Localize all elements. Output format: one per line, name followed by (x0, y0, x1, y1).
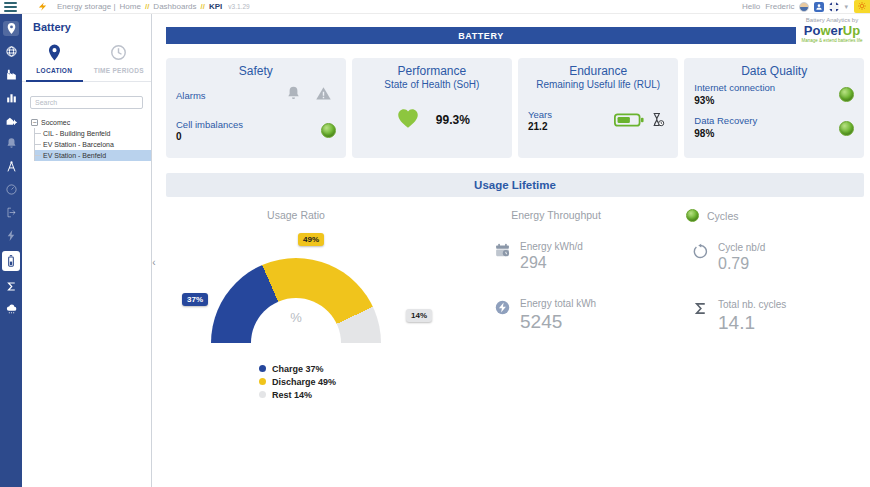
warning-triangle-icon (315, 85, 332, 106)
main-content: BATTERY Battery Analytics by PowerUp Man… (152, 14, 870, 487)
legend-item-discharge[interactable]: Discharge 49% (259, 375, 336, 388)
energy-kwhd-value: 294 (520, 254, 583, 272)
powerup-logo: PowerUp (800, 24, 864, 38)
hourglass-clock-icon (649, 111, 666, 132)
years-value: 21.2 (528, 121, 552, 132)
cycle-nbd-value: 0.79 (718, 255, 765, 273)
collapse-minus-icon[interactable]: − (31, 119, 38, 126)
performance-title: Performance (362, 64, 502, 78)
legend-dot (259, 365, 266, 372)
chevron-down-icon[interactable]: ▾ (844, 3, 848, 11)
tab-location-label: LOCATION (36, 67, 72, 74)
sidebar-icon-factory[interactable] (3, 67, 19, 82)
rul-subtitle: Remaining Useful life (RUL) (528, 79, 668, 90)
sidebar-icon-bell[interactable] (3, 136, 19, 151)
cell-imbalances-status-led (321, 123, 336, 138)
tab-time-periods[interactable]: TIME PERIODS (87, 40, 152, 81)
panel-tabs: LOCATION TIME PERIODS (22, 40, 151, 82)
language-flag-icon[interactable] (829, 2, 839, 12)
data-recovery-value: 98% (694, 128, 757, 141)
energy-throughput-section: Energy Throughput Energy kWh/d 294 Energ… (466, 209, 686, 439)
brand-tagline: Manage & extend batteries life (800, 38, 864, 43)
usage-grid: Usage Ratio 49% 37% 14% % Charge 37%Disc… (166, 209, 864, 439)
years-label: Years (528, 109, 552, 120)
legend-label: Discharge 49% (272, 377, 336, 387)
data-recovery-label: Data Recovery (694, 115, 757, 127)
heart-icon (394, 105, 422, 135)
internet-connection-value: 93% (694, 95, 775, 108)
battery-side-panel: Battery LOCATION TIME PERIODS − Socomec (22, 14, 152, 487)
location-pin-icon (45, 43, 64, 62)
tree-item-ev-station-benfeld[interactable]: EV Station - Benfeld (35, 150, 151, 161)
sidebar-icon-bar-chart[interactable] (3, 90, 19, 105)
breadcrumb-home[interactable]: Home (120, 2, 141, 11)
performance-card: Performance State of Health (SoH) 99.3% (352, 58, 512, 158)
sidebar-icon-globe[interactable] (3, 44, 19, 59)
sidebar-icon-location-pin[interactable] (3, 21, 19, 36)
tab-location[interactable]: LOCATION (22, 40, 87, 81)
sidebar-icon-gauge[interactable] (3, 182, 19, 197)
topbar-right: Hello Frederic ▾ (742, 2, 870, 12)
half-donut-gauge: % (211, 258, 381, 343)
battery-section-band: BATTERY (166, 27, 796, 44)
account-icon[interactable] (814, 2, 824, 12)
top-bar: Energy storage | Home // Dashboards // K… (0, 0, 870, 14)
sidebar-icon-lightning[interactable] (3, 228, 19, 243)
sidebar-icon-site-gear[interactable] (3, 113, 19, 128)
gear-icon (857, 1, 867, 13)
rest-callout: 14% (406, 309, 432, 322)
alarms-label: Alarms (176, 90, 206, 101)
tree-root-socomec[interactable]: − Socomec (31, 116, 151, 128)
endurance-card: Endurance Remaining Useful life (RUL) Ye… (518, 58, 678, 158)
username-label: Frederic (765, 2, 794, 11)
panel-title: Battery (22, 19, 151, 40)
legend-item-rest[interactable]: Rest 14% (259, 388, 336, 401)
tree-item-ev-station-barcelona[interactable]: EV Station - Barcelona (35, 139, 151, 150)
clock-icon (109, 43, 128, 62)
cycles-status-led (686, 209, 699, 222)
soh-subtitle: State of Health (SoH) (362, 79, 502, 90)
endurance-title: Endurance (528, 64, 668, 78)
internet-connection-label: Internet connection (694, 82, 775, 94)
sidebar-icon-sigma[interactable] (3, 279, 19, 294)
sidebar-icon-compass[interactable] (3, 159, 19, 174)
version-label: v3.1.29 (228, 3, 249, 10)
legend-dot (259, 391, 266, 398)
legend-label: Rest 14% (272, 390, 312, 400)
total-cycles-value: 14.1 (718, 312, 786, 334)
cycles-section: Cycles Cycle nb/d 0.79 Total nb. cycles (686, 209, 864, 439)
energy-kwhd-label: Energy kWh/d (520, 241, 583, 252)
tab-time-periods-label: TIME PERIODS (94, 67, 144, 74)
energy-total-value: 5245 (520, 311, 596, 333)
sigma-icon (692, 300, 709, 317)
bell-icon (285, 85, 302, 106)
cycles-title: Cycles (707, 210, 739, 222)
settings-gear-button[interactable] (854, 0, 870, 13)
legend-item-charge[interactable]: Charge 37% (259, 362, 336, 375)
sidebar-icon-logout[interactable] (3, 205, 19, 220)
nav-icon-rail (0, 14, 22, 487)
gauge-center-label: % (211, 310, 381, 325)
breadcrumb-dashboards[interactable]: Dashboards (153, 2, 196, 11)
sidebar-icon-cloud-rain[interactable] (3, 302, 19, 317)
app-window: Energy storage | Home // Dashboards // K… (0, 0, 870, 487)
data-quality-card: Data Quality Internet connection 93% Dat… (684, 58, 864, 158)
search-input[interactable] (30, 96, 143, 109)
usage-ratio-title: Usage Ratio (211, 209, 381, 221)
legend-dot (259, 378, 266, 385)
total-cycles-label: Total nb. cycles (718, 299, 786, 310)
breadcrumb-kpi[interactable]: KPI (209, 2, 222, 11)
cell-imbalances-label: Cell imbalances (176, 119, 243, 130)
charge-callout: 37% (182, 293, 208, 306)
usage-ratio-chart: Usage Ratio 49% 37% 14% % Charge 37%Disc… (166, 209, 466, 439)
greeting-label: Hello (742, 2, 760, 11)
tree-item-cil-building-benfeld[interactable]: CIL - Building Benfeld (35, 128, 151, 139)
hamburger-menu-icon[interactable] (4, 2, 17, 12)
breadcrumb-app: Energy storage | (57, 2, 116, 11)
socomec-logo-icon[interactable] (37, 1, 48, 12)
tree-root-label: Socomec (41, 119, 70, 126)
sidebar-icon-battery[interactable] (2, 251, 20, 271)
breadcrumb-separator: // (201, 2, 205, 11)
data-quality-title: Data Quality (694, 64, 854, 78)
user-avatar[interactable] (799, 2, 809, 12)
